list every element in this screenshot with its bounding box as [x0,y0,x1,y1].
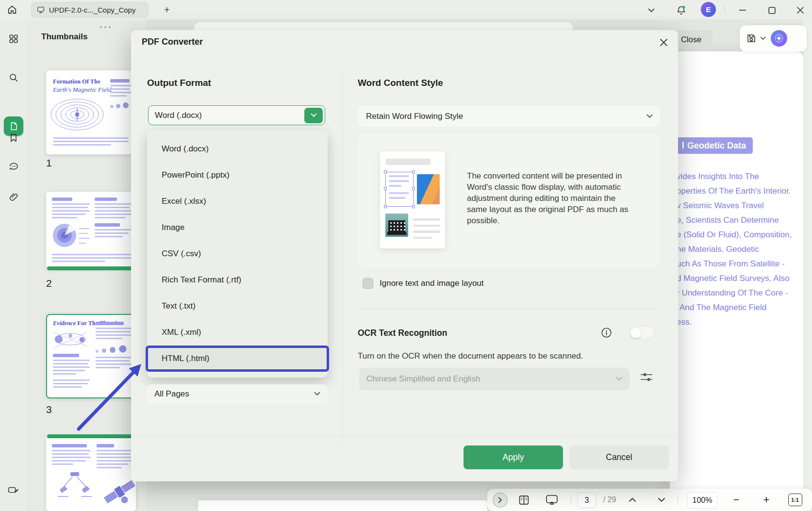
minus-icon: − [733,494,740,506]
ignore-layout-label[interactable]: Ignore text and image layout [380,279,484,288]
doc-text-line: And The Magnetic Field [677,303,766,313]
user-avatar[interactable]: E [701,2,716,17]
output-format-select[interactable]: Word (.docx) [148,105,325,125]
page-range-select[interactable]: All Pages [147,384,328,404]
window-close-button[interactable] [795,4,806,16]
chevron-down-icon [314,392,320,396]
format-option-text[interactable]: Text (.txt) [147,293,328,319]
zoom-in-button[interactable]: + [758,489,775,511]
thumbnail-page-2[interactable] [46,192,136,268]
sliders-icon [640,371,653,383]
new-tab-button[interactable]: + [160,3,174,16]
window-minimize-button[interactable] [737,4,748,16]
doc-text-line: r Understanding Of The Core - [677,288,788,298]
notifications-button[interactable] [675,4,687,16]
info-icon [601,327,612,338]
doc-text-line: e, Scientists Can Determine [677,215,779,225]
thumbnail-page-1[interactable]: Formation Of The Earth's Magnetic Field [46,70,136,154]
satellite-art [99,473,136,510]
toggle-knob [630,328,641,338]
page-layout-button[interactable] [515,489,532,511]
format-option-word[interactable]: Word (.docx) [147,136,328,162]
save-button[interactable] [746,33,757,44]
toolbar-behind-dialog [194,22,573,30]
doc-text-line: e (Solid Or Fluid), Composition, [677,230,792,240]
thumbnail-page-3-current[interactable]: Evidence For The Theories [46,314,138,398]
sidebar-item-search[interactable] [8,72,19,83]
output-format-dropdown: Word (.docx) PowerPoint (.pptx) Excel (.… [147,130,328,378]
word-content-style-select[interactable]: Retain Word Flowing Style [358,106,660,127]
toolbar-divider [678,495,678,505]
word-content-style-label: Word Content Style [358,78,443,88]
page-number-input[interactable]: 3 [578,493,596,508]
minimize-icon [739,6,746,14]
ocr-language-select-disabled[interactable]: Chinese Simplified and English [359,368,630,390]
page1-right-column-art [110,79,132,108]
panel-drag-handle-icon[interactable] [99,25,112,29]
format-select-chevron-button[interactable] [304,108,323,123]
grid-icon [8,33,19,44]
thumbnails-panel: Thumbnails Formation Of The Earth's Magn… [27,19,147,511]
plus-icon: + [763,494,770,506]
dialog-column-divider [342,70,343,445]
page-3-label: 3 [46,404,52,415]
home-icon [7,4,17,15]
save-options-button[interactable] [760,36,766,40]
doc-text-line: he Materials. Geodetic [677,245,759,254]
footer-divider [131,436,678,436]
window-maximize-button[interactable] [766,4,778,16]
earth-cross-section-art [51,222,92,249]
page-total: / 29 [599,489,620,511]
home-button[interactable] [4,2,20,17]
doc-text-line: vides Insights Into The [677,172,759,181]
page-icon [8,121,19,132]
chevron-down-icon [648,8,655,13]
zoom-out-button[interactable]: − [728,489,745,511]
expand-toolbar-button[interactable] [491,489,509,511]
format-option-excel[interactable]: Excel (.xlsx) [147,188,328,214]
ai-sparkle-icon [774,33,784,44]
ocr-caption: Turn on the OCR when the document appear… [358,351,583,361]
zoom-level-input[interactable]: 100% [687,492,717,509]
format-option-xml[interactable]: XML (.xml) [147,319,328,346]
sidebar-item-signature[interactable] [8,484,19,496]
chevron-down-icon [646,114,653,118]
titlebar-expand-button[interactable] [646,4,657,16]
next-page-button[interactable] [653,489,670,511]
sidebar-item-attachments[interactable] [8,191,19,203]
book-view-icon [518,494,530,506]
thumbnail-page-4[interactable] [46,438,136,511]
document-tab[interactable]: UPDF-2.0-c..._Copy_Copy [31,2,149,17]
format-option-powerpoint[interactable]: PowerPoint (.pptx) [147,162,328,188]
ai-assistant-button[interactable] [771,30,787,47]
presentation-mode-button[interactable] [543,489,561,511]
magnetic-field-art [48,96,106,133]
sidebar-item-comments[interactable] [8,161,19,173]
ocr-advanced-settings-button[interactable] [640,371,653,383]
dialog-close-button[interactable] [658,36,669,48]
ocr-section-title: OCR Text Recognition [358,328,447,338]
format-option-image[interactable]: Image [147,214,328,241]
cancel-button[interactable]: Cancel [569,445,669,469]
ocr-toggle-off[interactable] [629,326,654,339]
ignore-layout-checkbox[interactable] [363,278,373,289]
doc-text-line: uch As Those From Satellite - [677,259,785,269]
format-option-html[interactable]: HTML (.html) [148,348,327,369]
page1-title-line1: Formation Of The [53,78,100,86]
chevron-right-icon [498,497,502,503]
ocr-info-button[interactable] [601,327,612,338]
paperclip-icon [8,192,19,203]
format-option-csv[interactable]: CSV (.csv) [147,241,328,267]
titlebar-divider [725,6,725,14]
updf-app-window: UPDF-2.0-c..._Copy_Copy + E [0,0,812,511]
previous-page-button[interactable] [624,489,641,511]
flow-style-illustration [380,151,445,248]
tab-title: UPDF-2.0-c..._Copy_Copy [49,6,135,14]
page2-footer-lines-art [52,254,132,264]
actual-size-button[interactable]: 1:1 [785,489,805,511]
apply-button[interactable]: Apply [464,445,563,469]
format-option-rtf[interactable]: Rich Text Format (.rtf) [147,267,328,293]
sidebar-item-dashboard[interactable] [8,33,19,45]
doc-text-line: v Seismic Waves Travel [677,201,764,211]
sidebar-item-bookmarks[interactable] [8,132,19,144]
